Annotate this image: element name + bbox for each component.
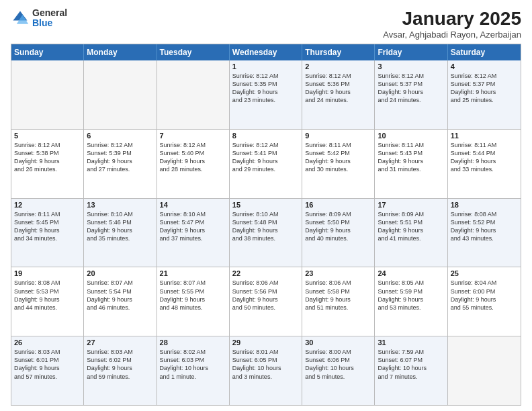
cell-info: Sunrise: 8:07 AM Sunset: 5:54 PM Dayligh… <box>87 279 153 312</box>
day-number: 8 <box>232 132 299 140</box>
calendar-cell-1-2: 7Sunrise: 8:12 AM Sunset: 5:40 PM Daylig… <box>157 130 230 198</box>
calendar-cell-4-2: 28Sunrise: 8:02 AM Sunset: 6:03 PM Dayli… <box>157 336 230 405</box>
cell-info: Sunrise: 8:08 AM Sunset: 5:52 PM Dayligh… <box>451 210 518 243</box>
page-subtitle: Avsar, Aghjabadi Rayon, Azerbaijan <box>383 30 521 40</box>
cell-info: Sunrise: 8:10 AM Sunset: 5:46 PM Dayligh… <box>87 210 153 243</box>
calendar-cell-4-6 <box>448 336 521 405</box>
header-day-friday: Friday <box>375 44 447 60</box>
day-number: 17 <box>378 201 444 209</box>
calendar-row-2: 12Sunrise: 8:11 AM Sunset: 5:45 PM Dayli… <box>11 198 521 267</box>
calendar-cell-0-3: 1Sunrise: 8:12 AM Sunset: 5:35 PM Daylig… <box>230 60 302 129</box>
day-number: 12 <box>14 201 81 209</box>
calendar-cell-3-3: 22Sunrise: 8:06 AM Sunset: 5:56 PM Dayli… <box>230 267 302 336</box>
calendar-cell-1-6: 11Sunrise: 8:11 AM Sunset: 5:44 PM Dayli… <box>448 130 521 198</box>
cell-info: Sunrise: 8:11 AM Sunset: 5:45 PM Dayligh… <box>14 210 81 243</box>
cell-info: Sunrise: 8:12 AM Sunset: 5:37 PM Dayligh… <box>378 72 444 105</box>
cell-info: Sunrise: 8:12 AM Sunset: 5:39 PM Dayligh… <box>87 141 153 174</box>
cell-info: Sunrise: 8:12 AM Sunset: 5:37 PM Dayligh… <box>451 72 518 105</box>
page: General Blue January 2025 Avsar, Aghjaba… <box>0 0 532 411</box>
calendar-body: 1Sunrise: 8:12 AM Sunset: 5:35 PM Daylig… <box>11 60 521 405</box>
calendar-cell-4-1: 27Sunrise: 8:03 AM Sunset: 6:02 PM Dayli… <box>84 336 157 405</box>
day-number: 24 <box>378 269 444 277</box>
calendar-cell-4-3: 29Sunrise: 8:01 AM Sunset: 6:05 PM Dayli… <box>230 336 302 405</box>
day-number: 3 <box>378 62 444 71</box>
day-number: 6 <box>87 132 153 140</box>
day-number: 20 <box>87 269 153 277</box>
day-number: 15 <box>232 201 299 209</box>
title-block: January 2025 Avsar, Aghjabadi Rayon, Aze… <box>383 8 521 40</box>
calendar-cell-0-0 <box>11 60 84 129</box>
logo-general-text: General <box>32 7 67 18</box>
day-number: 5 <box>14 132 81 140</box>
calendar-cell-1-1: 6Sunrise: 8:12 AM Sunset: 5:39 PM Daylig… <box>84 130 157 198</box>
calendar-row-4: 26Sunrise: 8:03 AM Sunset: 6:01 PM Dayli… <box>11 336 521 405</box>
cell-info: Sunrise: 8:07 AM Sunset: 5:55 PM Dayligh… <box>160 279 226 312</box>
calendar-cell-2-2: 14Sunrise: 8:10 AM Sunset: 5:47 PM Dayli… <box>157 199 230 267</box>
calendar-cell-3-2: 21Sunrise: 8:07 AM Sunset: 5:55 PM Dayli… <box>157 267 230 336</box>
calendar-cell-3-4: 23Sunrise: 8:06 AM Sunset: 5:58 PM Dayli… <box>302 267 375 336</box>
cell-info: Sunrise: 8:11 AM Sunset: 5:44 PM Dayligh… <box>451 141 518 174</box>
header-day-sunday: Sunday <box>11 44 84 60</box>
calendar-cell-2-3: 15Sunrise: 8:10 AM Sunset: 5:48 PM Dayli… <box>230 199 302 267</box>
cell-info: Sunrise: 8:05 AM Sunset: 5:59 PM Dayligh… <box>378 279 444 312</box>
calendar-cell-0-1 <box>84 60 157 129</box>
calendar-cell-4-5: 31Sunrise: 7:59 AM Sunset: 6:07 PM Dayli… <box>375 336 447 405</box>
calendar: SundayMondayTuesdayWednesdayThursdayFrid… <box>11 44 521 406</box>
cell-info: Sunrise: 8:10 AM Sunset: 5:47 PM Dayligh… <box>160 210 226 243</box>
day-number: 9 <box>305 132 371 140</box>
day-number: 22 <box>232 269 299 277</box>
calendar-cell-2-5: 17Sunrise: 8:09 AM Sunset: 5:51 PM Dayli… <box>375 199 447 267</box>
cell-info: Sunrise: 8:02 AM Sunset: 6:03 PM Dayligh… <box>160 348 226 381</box>
calendar-cell-3-6: 25Sunrise: 8:04 AM Sunset: 6:00 PM Dayli… <box>448 267 521 336</box>
calendar-cell-3-5: 24Sunrise: 8:05 AM Sunset: 5:59 PM Dayli… <box>375 267 447 336</box>
day-number: 30 <box>305 338 371 347</box>
cell-info: Sunrise: 8:12 AM Sunset: 5:35 PM Dayligh… <box>232 72 299 105</box>
cell-info: Sunrise: 8:06 AM Sunset: 5:56 PM Dayligh… <box>232 279 299 312</box>
day-number: 29 <box>232 338 299 347</box>
cell-info: Sunrise: 8:04 AM Sunset: 6:00 PM Dayligh… <box>451 279 518 312</box>
header-day-saturday: Saturday <box>448 44 521 60</box>
day-number: 19 <box>14 269 81 277</box>
calendar-cell-2-0: 12Sunrise: 8:11 AM Sunset: 5:45 PM Dayli… <box>11 199 84 267</box>
cell-info: Sunrise: 8:01 AM Sunset: 6:05 PM Dayligh… <box>232 348 299 381</box>
cell-info: Sunrise: 8:11 AM Sunset: 5:42 PM Dayligh… <box>305 141 371 174</box>
calendar-cell-0-4: 2Sunrise: 8:12 AM Sunset: 5:36 PM Daylig… <box>302 60 375 129</box>
cell-info: Sunrise: 8:11 AM Sunset: 5:43 PM Dayligh… <box>378 141 444 174</box>
calendar-cell-1-5: 10Sunrise: 8:11 AM Sunset: 5:43 PM Dayli… <box>375 130 447 198</box>
calendar-cell-1-4: 9Sunrise: 8:11 AM Sunset: 5:42 PM Daylig… <box>302 130 375 198</box>
header-day-tuesday: Tuesday <box>157 44 230 60</box>
cell-info: Sunrise: 8:06 AM Sunset: 5:58 PM Dayligh… <box>305 279 371 312</box>
cell-info: Sunrise: 8:12 AM Sunset: 5:41 PM Dayligh… <box>232 141 299 174</box>
cell-info: Sunrise: 8:03 AM Sunset: 6:01 PM Dayligh… <box>14 348 81 381</box>
calendar-cell-3-0: 19Sunrise: 8:08 AM Sunset: 5:53 PM Dayli… <box>11 267 84 336</box>
logo-text: General Blue <box>32 8 67 29</box>
day-number: 7 <box>160 132 226 140</box>
day-number: 16 <box>305 201 371 209</box>
logo-blue-text: Blue <box>32 17 52 28</box>
calendar-cell-3-1: 20Sunrise: 8:07 AM Sunset: 5:54 PM Dayli… <box>84 267 157 336</box>
day-number: 23 <box>305 269 371 277</box>
calendar-cell-4-0: 26Sunrise: 8:03 AM Sunset: 6:01 PM Dayli… <box>11 336 84 405</box>
calendar-header: SundayMondayTuesdayWednesdayThursdayFrid… <box>11 44 521 60</box>
cell-info: Sunrise: 8:10 AM Sunset: 5:48 PM Dayligh… <box>232 210 299 243</box>
logo-icon <box>11 9 30 28</box>
calendar-cell-1-3: 8Sunrise: 8:12 AM Sunset: 5:41 PM Daylig… <box>230 130 302 198</box>
header-day-thursday: Thursday <box>302 44 375 60</box>
calendar-row-0: 1Sunrise: 8:12 AM Sunset: 5:35 PM Daylig… <box>11 60 521 129</box>
cell-info: Sunrise: 8:09 AM Sunset: 5:50 PM Dayligh… <box>305 210 371 243</box>
calendar-row-1: 5Sunrise: 8:12 AM Sunset: 5:38 PM Daylig… <box>11 129 521 198</box>
day-number: 31 <box>378 338 444 347</box>
day-number: 14 <box>160 201 226 209</box>
cell-info: Sunrise: 8:08 AM Sunset: 5:53 PM Dayligh… <box>14 279 81 312</box>
day-number: 4 <box>451 62 518 71</box>
day-number: 11 <box>451 132 518 140</box>
calendar-cell-1-0: 5Sunrise: 8:12 AM Sunset: 5:38 PM Daylig… <box>11 130 84 198</box>
day-number: 10 <box>378 132 444 140</box>
cell-info: Sunrise: 8:12 AM Sunset: 5:40 PM Dayligh… <box>160 141 226 174</box>
day-number: 27 <box>87 338 153 347</box>
calendar-cell-2-6: 18Sunrise: 8:08 AM Sunset: 5:52 PM Dayli… <box>448 199 521 267</box>
cell-info: Sunrise: 8:03 AM Sunset: 6:02 PM Dayligh… <box>87 348 153 381</box>
calendar-cell-0-6: 4Sunrise: 8:12 AM Sunset: 5:37 PM Daylig… <box>448 60 521 129</box>
day-number: 25 <box>451 269 518 277</box>
day-number: 18 <box>451 201 518 209</box>
